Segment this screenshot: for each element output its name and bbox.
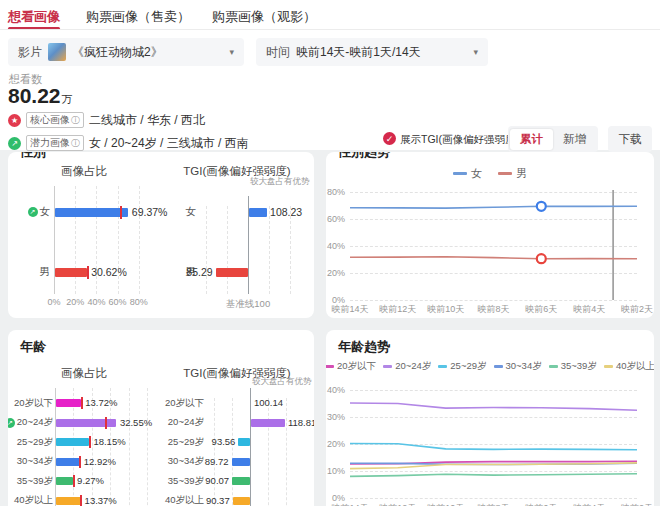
tgi-checkbox[interactable]: ✓: [383, 132, 396, 145]
bar-value: 108.23: [270, 206, 302, 218]
market-tick: [80, 495, 82, 506]
market-tick: [89, 436, 91, 448]
legend-item[interactable]: 20~24岁: [383, 360, 431, 373]
legend-item[interactable]: 男: [498, 166, 527, 181]
bar: [56, 497, 81, 505]
trend-lines: [326, 330, 654, 506]
axis-line: [54, 186, 55, 294]
bar: [56, 438, 89, 446]
x-tick-label: 映前10天: [420, 303, 472, 316]
legend-item[interactable]: 30~34岁: [494, 360, 542, 373]
gridline: [232, 398, 233, 506]
tgi-annotation: 较大盘占有优势↗: [250, 176, 314, 188]
market-tick: [105, 417, 107, 429]
info-icon[interactable]: ⓘ: [71, 137, 80, 150]
tab-ticket-profile-sale[interactable]: 购票画像（售卖）: [86, 8, 190, 26]
bar: [232, 458, 251, 466]
core-profile-tag: 核心画像 ⓘ: [26, 112, 84, 128]
bar-category: 20~24岁: [160, 416, 204, 430]
market-tick: [73, 475, 75, 487]
gridline: [290, 206, 291, 294]
bar-value: 30.62%: [91, 266, 127, 278]
toggle-new[interactable]: 新增: [553, 129, 596, 150]
chevron-down-icon: ▾: [229, 47, 234, 57]
bar: [55, 268, 87, 277]
gridline: [129, 388, 130, 506]
legend-dash-icon: [383, 365, 392, 368]
tab-want-profile[interactable]: 想看画像: [8, 8, 60, 26]
time-select[interactable]: 时间 映前14天-映前1天/14天 ▾: [256, 38, 488, 66]
bar-value: 93.56: [203, 436, 235, 447]
bar-value: 85.29: [179, 266, 213, 278]
market-tick: [120, 206, 122, 219]
gender-tgi-chart[interactable]: 较大盘占有优势↗女108.23男85.29基准线100: [160, 152, 314, 318]
movie-select[interactable]: 影片 《疯狂动物城2》 ▾: [8, 38, 244, 66]
bar-value: 89.72: [197, 456, 229, 467]
bar-value: 100.14: [254, 397, 283, 408]
market-tick: [79, 456, 81, 468]
x-tick-label: 80%: [125, 297, 153, 307]
x-tick-label: 映前4天: [563, 502, 615, 506]
legend-item[interactable]: 35~39岁: [549, 360, 597, 373]
gridline: [268, 398, 269, 506]
age-section-title: 年龄: [20, 338, 46, 356]
tab-divider: [0, 29, 660, 30]
bar-value: 32.55%: [120, 417, 152, 428]
potential-profile-tag-label: 潜力画像: [30, 136, 70, 150]
chart-legend: 女男: [326, 166, 654, 181]
bar: [238, 438, 250, 446]
gridline: [206, 206, 207, 294]
bar-category: 20岁以下: [160, 396, 204, 410]
bar-value: 118.81: [288, 417, 314, 428]
bar: [56, 477, 73, 485]
bar: [56, 458, 80, 466]
bar-value: 90.37: [198, 495, 230, 506]
tab-ticket-profile-watch[interactable]: 购票画像（观影）: [212, 8, 316, 26]
info-icon[interactable]: ⓘ: [71, 114, 80, 127]
legend-dash-icon: [604, 365, 613, 368]
legend-item[interactable]: 20岁以下: [326, 360, 376, 373]
movie-select-value: 《疯狂动物城2》: [72, 44, 163, 61]
bar-category: 35~39岁: [8, 474, 53, 488]
legend-dash-icon: [453, 172, 467, 175]
bar: [233, 497, 250, 505]
gender-card: 性别 画像占比 TGI(画像偏好强弱度) 0%20%40%60%80%↗女69.…: [8, 152, 314, 318]
gridline: [286, 398, 287, 506]
x-tick-label: 映前8天: [468, 303, 520, 316]
bar-category: 男: [8, 265, 50, 279]
gender-share-chart[interactable]: 0%20%40%60%80%↗女69.37%男30.62%: [8, 152, 160, 318]
age-card: 年龄 画像占比 TGI(画像偏好强弱度) 20岁以下13.72%↗20~24岁3…: [8, 330, 314, 506]
bar-value: 90.07: [197, 475, 229, 486]
legend-item[interactable]: 40岁以上: [604, 360, 654, 373]
x-tick-label: 映前12天: [372, 502, 424, 506]
x-tick-label: 映前6天: [515, 502, 567, 506]
download-button[interactable]: 下载: [608, 126, 652, 152]
bar-value: 9.27%: [77, 475, 104, 486]
bar: [249, 208, 267, 217]
x-tick-label: 映前10天: [420, 502, 472, 506]
bar-value: 13.37%: [85, 495, 117, 506]
toggle-cumulative[interactable]: 累计: [510, 129, 553, 150]
tgi-annotation: 较大盘占有优势↗: [252, 376, 314, 388]
bar-category: 30~34岁: [8, 455, 53, 469]
market-tick: [81, 397, 83, 409]
time-select-label: 时间: [266, 44, 290, 61]
age-trend-chart[interactable]: 0%10%20%30%40%映前14天映前12天映前10天映前8天映前6天映前4…: [326, 330, 654, 506]
core-profile-tag-label: 核心画像: [30, 113, 70, 127]
legend-dash-icon: [494, 365, 503, 368]
want-count-unit: 万: [62, 92, 73, 107]
page-header: 想看画像 购票画像（售卖） 购票画像（观影） 影片 《疯狂动物城2》 ▾ 时间 …: [0, 0, 660, 150]
legend-item[interactable]: 25~29岁: [438, 360, 486, 373]
legend-item[interactable]: 女: [453, 166, 482, 181]
bar-category: 25~29岁: [8, 435, 53, 449]
market-tick: [87, 266, 89, 279]
potential-icon: ↗: [8, 418, 15, 428]
tgi-checkbox-label: 展示TGI(画像偏好强弱度): [400, 133, 519, 147]
legend-dash-icon: [438, 365, 447, 368]
age-share-chart[interactable]: 20岁以下13.72%↗20~24岁32.55%25~29岁18.15%30~3…: [8, 356, 160, 506]
age-tgi-chart[interactable]: 较大盘占有优势↗20岁以下100.1420~24岁118.8125~29岁93.…: [160, 356, 314, 506]
baseline-label: 基准线100: [208, 298, 288, 311]
bar: [251, 419, 285, 427]
gridline: [75, 186, 76, 294]
potential-profile-row: ↗ 潜力画像 ⓘ 女 / 20~24岁 / 三线城市 / 西南: [8, 135, 249, 151]
